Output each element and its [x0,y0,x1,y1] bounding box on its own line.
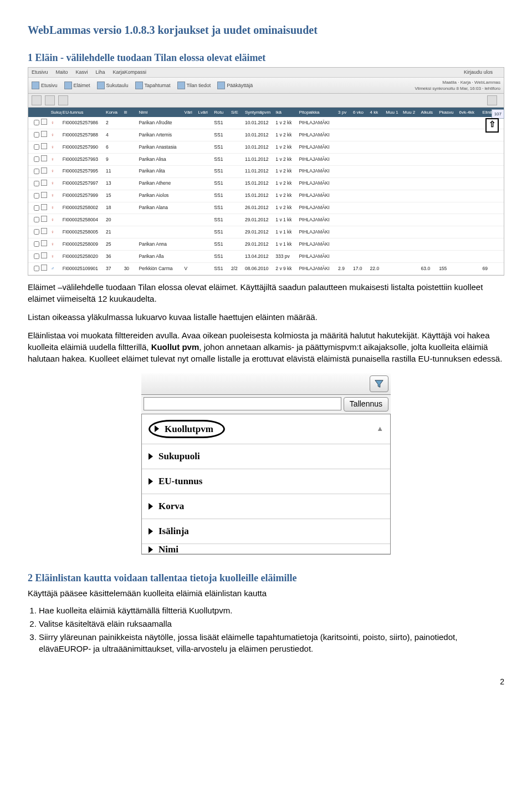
weight-icon[interactable] [45,95,55,105]
expand-row-icon[interactable] [41,155,47,161]
table-row[interactable]: ♀FI00002525799713Parikan AtheneSS115.01.… [28,178,504,190]
sex-icon: ♀ [50,205,62,211]
expand-row-icon[interactable] [41,143,47,149]
table-header: Sukupuoli EU-tunnus Korva Ill Nimi Väri … [28,108,504,117]
sheep-icon [64,82,72,89]
tab-paakayttaja[interactable]: Pääkäyttäjä [217,82,253,89]
tab-sukutaulu[interactable]: Sukutaulu [97,82,129,89]
filter-item-eu-tunnus[interactable]: EU-tunnus [142,469,390,494]
row-checkbox[interactable] [34,132,39,138]
table-row[interactable]: ♀FI0000252579939Parikan AlisaSS111.01.20… [28,154,504,166]
sheep-toolbar-icon[interactable] [32,95,42,105]
table-row[interactable]: ♂FI0000251099013730Perkkiön CarmaVSS12/2… [28,263,504,275]
section-1-title: 1 Eläin - välilehdelle tuodaan Tilan elo… [28,51,504,65]
section-2-subtitle: Käyttäjä pääsee käsittelemään kuolleita … [28,587,504,599]
paragraph-2: Listan oikeassa yläkulmassa lukuarvo kuv… [28,311,504,323]
print-icon[interactable] [58,95,68,105]
page-number: 2 [28,677,504,688]
tab-tilan-tiedot[interactable]: Tilan tiedot [177,82,211,89]
sex-icon: ♀ [50,217,62,224]
nav-logout[interactable]: Kirjaudu ulos [464,69,493,76]
nav-liha[interactable]: Liha [96,69,105,76]
farm-icon [177,82,185,89]
tab-elaimet[interactable]: Eläimet [64,82,90,89]
nav-maito[interactable]: Maito [56,69,68,76]
chevron-right-icon [149,528,153,535]
filter-item-isalinja[interactable]: Isälinja [142,519,390,544]
paragraph-3: Eläinlistaa voi muokata filttereiden avu… [28,329,504,364]
save-filter-button[interactable]: Tallennus [344,397,388,412]
tab-tapahtumat[interactable]: Tapahtumat [135,82,171,89]
filter-funnel-button[interactable] [370,375,388,392]
chevron-right-icon [155,425,159,432]
user-icon [217,82,225,89]
row-checkbox[interactable] [34,169,39,174]
table-row[interactable]: ♀FI00002525800925Parikan AnnaSS129.01.20… [28,238,504,251]
sex-icon: ♀ [50,180,62,187]
table-row[interactable]: ♀FI0000252579906Parikan AnastasiaSS110.0… [28,141,504,154]
row-checkbox[interactable] [34,229,39,235]
home-icon [32,82,39,89]
row-checkbox[interactable] [34,144,39,150]
sex-icon: ♀ [50,168,62,175]
expand-row-icon[interactable] [41,131,47,137]
chevron-right-icon [149,546,153,553]
table-row[interactable]: ♀FI0000252579862Parikan AfroditeSS110.01… [28,117,504,129]
clipboard-icon [135,82,143,89]
nav-etusivu[interactable]: Etusivu [32,69,48,76]
table-row[interactable]: ♀FI00002525799511Parikan AlitaSS111.01.2… [28,166,504,178]
expand-row-icon[interactable] [41,216,47,222]
sex-icon: ♀ [50,156,62,163]
expand-row-icon[interactable] [41,192,47,198]
row-checkbox[interactable] [34,205,39,211]
expand-panel-icon[interactable] [487,95,497,105]
chevron-right-icon [149,478,153,485]
tab-etusivu[interactable]: Etusivu [32,82,58,89]
steps-list: Hae kuolleita eläimiä käyttämällä filtte… [39,605,504,654]
annotation-arrow-up-icon: ⇧ [485,118,499,133]
section-2-title: 2 Eläinlistan kautta voidaan tallentaa t… [28,571,504,585]
expand-row-icon[interactable] [41,240,47,246]
step-3: Siirry yläreunan painikkeista näytölle, … [39,631,504,654]
row-checkbox[interactable] [34,156,39,162]
expand-row-icon[interactable] [41,204,47,210]
table-row[interactable]: ♀FI00002525800420SS129.01.20121 v 1 kkPI… [28,214,504,226]
header-meta: Maatila · Karja · WebLammas Viimeksi syn… [415,79,500,92]
filter-search-input[interactable] [144,397,341,410]
step-2: Valitse käsiteltävä eläin ruksaamalla [39,618,504,629]
row-checkbox[interactable] [34,120,39,125]
table-row[interactable]: ♀FI00002525802036Parikan AllaSS113.04.20… [28,251,504,263]
table-row[interactable]: ♀FI00002525799915Parikan AiolosSS115.01.… [28,190,504,202]
expand-row-icon[interactable] [41,119,47,125]
expand-row-icon[interactable] [41,265,47,271]
row-checkbox[interactable] [34,181,39,186]
table-row[interactable]: ♀FI0000252579884Parikan ArtemisSS110.01.… [28,129,504,141]
table-row[interactable]: ♀FI00002525800218Parikan AlanaSS126.01.2… [28,202,504,215]
sex-icon: ♀ [50,229,62,236]
sex-icon: ♂ [50,266,62,272]
filter-item-korva[interactable]: Korva [142,494,390,519]
screenshot-filter-panel: Tallennus Kuollutpvm ▲ Sukupuoli EU-tunn… [141,373,391,555]
row-checkbox[interactable] [34,266,39,271]
screenshot-animal-list: Etusivu Maito Kasvi Liha KarjaKompassi K… [28,67,504,276]
row-checkbox[interactable] [34,193,39,199]
sex-icon: ♀ [50,120,62,126]
step-1: Hae kuolleita eläimiä käyttämällä filtte… [39,605,504,616]
doc-title: WebLammas versio 1.0.8.3 korjaukset ja u… [28,22,504,38]
row-checkbox[interactable] [34,253,39,259]
chevron-right-icon [149,503,153,510]
filter-item-sukupuoli[interactable]: Sukupuoli [142,444,390,469]
table-row[interactable]: ♀FI00002525800521SS129.01.20121 v 1 kkPI… [28,226,504,238]
row-checkbox[interactable] [34,217,39,222]
expand-row-icon[interactable] [41,252,47,258]
filter-item-kuollutpvm[interactable]: Kuollutpvm ▲ [142,414,390,445]
funnel-icon [374,379,384,389]
filter-item-nimi[interactable]: Nimi [142,544,390,554]
paragraph-1: Eläimet –välilehdelle tuodaan Tilan elos… [28,281,504,304]
row-checkbox[interactable] [34,241,39,247]
nav-karjakompassi[interactable]: KarjaKompassi [113,69,147,76]
expand-row-icon[interactable] [41,167,47,174]
expand-row-icon[interactable] [41,180,47,186]
expand-row-icon[interactable] [41,228,47,234]
nav-kasvi[interactable]: Kasvi [76,69,88,76]
